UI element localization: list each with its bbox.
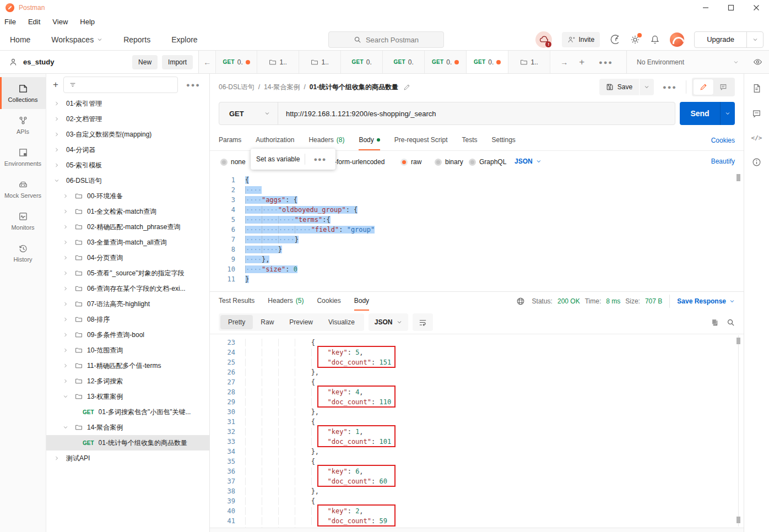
view-tab-pretty[interactable]: Pretty <box>220 315 253 329</box>
nav-item-reports[interactable]: Reports <box>123 35 150 44</box>
chevron-right-icon[interactable] <box>54 101 59 106</box>
tree-folder-item[interactable]: 06-查询存在某个字段的文档-exi... <box>46 281 209 296</box>
request-tab-tests[interactable]: Tests <box>462 130 477 150</box>
beautify-link[interactable]: Beautify <box>711 158 735 165</box>
tree-folder-item[interactable]: 10-范围查询 <box>46 343 209 358</box>
tree-folder-item[interactable]: 11-精确匹配多个值-terms <box>46 358 209 373</box>
request-tab-pre-request-script[interactable]: Pre-request Script <box>394 130 448 150</box>
sidebar-item-collections[interactable]: Collections <box>0 77 46 109</box>
tree-folder-item[interactable]: 13-权重案例 <box>46 389 209 404</box>
send-options-chevron-icon[interactable] <box>720 102 735 125</box>
tree-collection-item[interactable]: 02-文档管理 <box>46 111 209 127</box>
request-tab-body[interactable]: Body <box>359 130 380 150</box>
chevron-right-icon[interactable] <box>63 270 68 276</box>
response-scrollbar-bottom-thumb[interactable] <box>736 517 740 523</box>
body-mode-GraphQL[interactable]: GraphQL <box>469 158 506 166</box>
tree-collection-item[interactable]: 测试API <box>46 450 209 466</box>
response-scrollbar-track[interactable] <box>738 335 739 526</box>
view-tab-raw[interactable]: Raw <box>253 315 281 329</box>
sidebar-item-history[interactable]: History <box>0 237 46 269</box>
response-tab-cookies[interactable]: Cookies <box>317 292 340 311</box>
tree-folder-item[interactable]: 07-语法高亮-highlight <box>46 296 209 312</box>
tab-folder[interactable]: 1.. <box>299 51 341 73</box>
send-button[interactable]: Send <box>680 102 735 125</box>
chevron-right-icon[interactable] <box>54 116 59 122</box>
save-options-chevron-icon[interactable] <box>640 79 654 95</box>
request-tab-headers[interactable]: Headers(8) <box>308 130 344 150</box>
chevron-right-icon[interactable] <box>63 301 68 307</box>
request-more-options-icon[interactable]: ●●● <box>659 84 680 90</box>
menu-edit[interactable]: Edit <box>28 18 40 26</box>
tree-collection-item[interactable]: 03-自定义数据类型(mapping) <box>46 127 209 142</box>
comments-icon[interactable] <box>713 79 733 95</box>
capture-requests-icon[interactable] <box>610 34 620 45</box>
response-tab-test-results[interactable]: Test Results <box>219 292 254 311</box>
response-scrollbar-thumb[interactable] <box>736 338 740 344</box>
tree-folder-item[interactable]: 04-分页查询 <box>46 250 209 265</box>
new-button[interactable]: New <box>132 55 158 69</box>
documentation-icon[interactable] <box>752 84 761 93</box>
tree-folder-item[interactable]: 14-聚合案例 <box>46 420 209 435</box>
tree-folder-item[interactable]: 09-多条件查询-bool <box>46 327 209 343</box>
chevron-down-icon[interactable] <box>63 394 68 399</box>
tree-collection-item[interactable]: 06-DSL语句 <box>46 173 209 188</box>
user-avatar[interactable] <box>670 32 684 47</box>
nav-item-home[interactable]: Home <box>10 35 30 44</box>
save-response-button[interactable]: Save Response <box>677 297 735 305</box>
request-tab-settings[interactable]: Settings <box>492 130 516 150</box>
tab-folder[interactable]: 1.. <box>257 51 299 73</box>
tree-folder-item[interactable]: 03-全量查询-match_all查询 <box>46 235 209 250</box>
info-icon[interactable] <box>752 158 761 167</box>
globe-icon[interactable] <box>516 297 525 306</box>
search-input[interactable]: Search Postman <box>328 31 444 48</box>
chevron-right-icon[interactable] <box>54 132 59 137</box>
rename-pencil-icon[interactable] <box>403 84 410 91</box>
chevron-right-icon[interactable] <box>63 209 68 214</box>
tree-folder-item[interactable]: 00-环境准备 <box>46 188 209 204</box>
method-dropdown[interactable]: GET <box>219 102 278 124</box>
body-mode-none[interactable]: none <box>220 158 246 166</box>
close-button[interactable] <box>744 0 769 15</box>
comments-panel-icon[interactable] <box>752 109 761 118</box>
chevron-right-icon[interactable] <box>63 363 68 368</box>
sync-offline-icon[interactable]: ! <box>535 31 552 48</box>
nav-item-explore[interactable]: Explore <box>171 35 197 44</box>
notifications-bell-icon[interactable] <box>650 35 660 45</box>
tree-request-item[interactable]: GET01-多词搜索包含"小面包"关键... <box>46 404 209 420</box>
collection-more-options-icon[interactable]: ●●● <box>183 82 204 88</box>
tree-collection-item[interactable]: 01-索引管理 <box>46 96 209 111</box>
tree-folder-item[interactable]: 08-排序 <box>46 312 209 327</box>
tab-request[interactable]: GET0. <box>215 51 257 73</box>
tab-request[interactable]: GET0. <box>425 51 467 73</box>
tree-folder-item[interactable]: 05-查看"_source"对象的指定字段 <box>46 265 209 281</box>
chevron-right-icon[interactable] <box>63 286 68 291</box>
tree-folder-item[interactable]: 12-多词搜索 <box>46 373 209 389</box>
request-tab-authorization[interactable]: Authorization <box>256 130 294 150</box>
minimize-button[interactable] <box>693 0 718 15</box>
new-tab-button[interactable]: + <box>579 57 584 68</box>
code-snippet-icon[interactable]: </> <box>751 134 762 142</box>
menu-help[interactable]: Help <box>80 18 95 26</box>
collection-filter-input[interactable] <box>63 77 178 93</box>
body-mode-raw[interactable]: raw <box>400 158 421 166</box>
body-mode-binary[interactable]: binary <box>435 158 463 166</box>
breadcrumb-segment[interactable]: 14-聚合案例 <box>264 83 300 92</box>
sidebar-item-monitors[interactable]: Monitors <box>0 205 46 237</box>
chevron-right-icon[interactable] <box>63 317 68 322</box>
chevron-right-icon[interactable] <box>63 332 68 338</box>
set-as-variable-label[interactable]: Set as variable <box>256 155 300 163</box>
menu-file[interactable]: File <box>4 18 16 26</box>
view-tab-visualize[interactable]: Visualize <box>321 315 362 329</box>
environment-selector[interactable]: No Environment <box>626 51 746 73</box>
chevron-right-icon[interactable] <box>63 193 68 199</box>
chevron-right-icon[interactable] <box>63 255 68 260</box>
cookies-link[interactable]: Cookies <box>711 137 735 144</box>
maximize-button[interactable] <box>718 0 744 15</box>
upgrade-chevron-icon[interactable] <box>746 32 763 47</box>
tree-collection-item[interactable]: 04-分词器 <box>46 142 209 158</box>
sidebar-item-environments[interactable]: Environments <box>0 141 46 173</box>
chevron-right-icon[interactable] <box>63 224 68 230</box>
editor-scrollbar-thumb[interactable] <box>736 174 740 181</box>
chevron-down-icon[interactable] <box>63 425 68 430</box>
chevron-right-icon[interactable] <box>54 147 59 153</box>
